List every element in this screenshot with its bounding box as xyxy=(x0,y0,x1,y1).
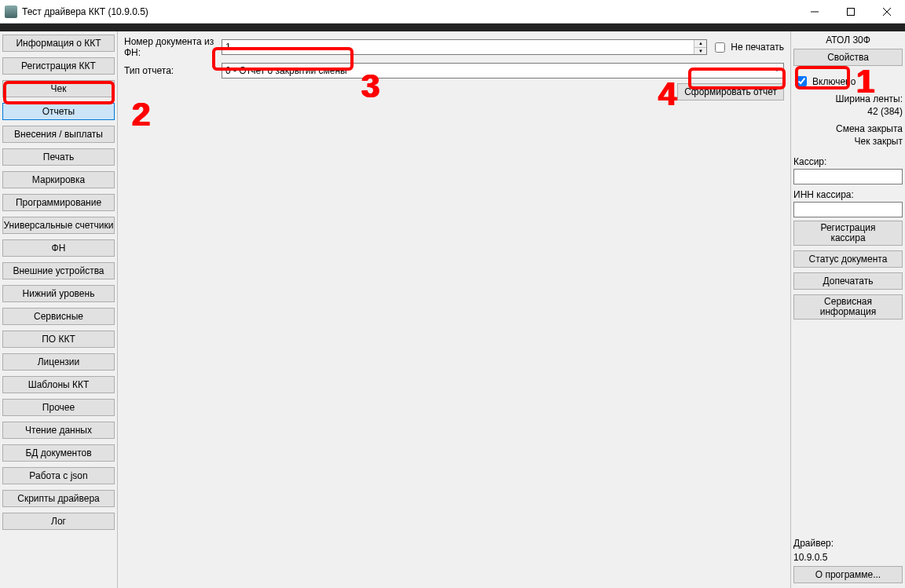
sidebar-item-5[interactable]: Печать xyxy=(2,148,115,166)
driver-version: 10.9.0.5 xyxy=(793,552,903,563)
sidebar-item-21[interactable]: Лог xyxy=(2,513,115,530)
maximize-button[interactable] xyxy=(833,0,869,24)
reprint-button[interactable]: Допечатать xyxy=(793,272,903,290)
document-status-button[interactable]: Статус документа xyxy=(793,250,903,268)
check-status: Чек закрыт xyxy=(793,136,903,147)
enabled-checkbox[interactable]: Включено xyxy=(793,74,903,89)
cashier-inn-label: ИНН кассира: xyxy=(793,189,903,200)
report-type-label: Тип отчета: xyxy=(124,65,222,76)
tape-width-label: Ширина ленты: xyxy=(793,93,903,104)
cashier-inn-input[interactable] xyxy=(793,202,903,217)
sidebar-item-20[interactable]: Скрипты драйвера xyxy=(2,490,115,507)
title-bar: Тест драйвера ККТ (10.9.0.5) xyxy=(0,0,905,24)
properties-button[interactable]: Свойства xyxy=(793,49,903,66)
sidebar-item-11[interactable]: Нижний уровень xyxy=(2,285,115,302)
sidebar-item-6[interactable]: Маркировка xyxy=(2,171,115,188)
form-report-button[interactable]: Сформировать отчет xyxy=(677,83,784,100)
sidebar-item-14[interactable]: Лицензии xyxy=(2,353,115,371)
cashier-input[interactable] xyxy=(793,169,903,184)
sidebar-item-7[interactable]: Программирование xyxy=(2,194,115,211)
device-name: АТОЛ 30Ф xyxy=(793,35,903,46)
close-button[interactable] xyxy=(869,0,905,24)
sidebar-item-0[interactable]: Информация о ККТ xyxy=(2,35,115,52)
sidebar-item-15[interactable]: Шаблоны ККТ xyxy=(2,376,115,393)
report-type-value: 0 - Отчет о закрытии смены xyxy=(225,65,347,76)
sidebar: Информация о ККТРегистрация ККТЧекОтчеты… xyxy=(0,31,118,588)
sidebar-item-2[interactable]: Чек xyxy=(2,80,115,97)
chevron-down-icon xyxy=(774,68,780,71)
sidebar-item-9[interactable]: ФН xyxy=(2,239,115,257)
spin-down-icon[interactable]: ▼ xyxy=(694,48,706,55)
minimize-button[interactable] xyxy=(797,0,833,24)
sidebar-item-18[interactable]: БД документов xyxy=(2,444,115,462)
sidebar-item-4[interactable]: Внесения / выплаты xyxy=(2,126,115,143)
sidebar-item-19[interactable]: Работа с json xyxy=(2,467,115,484)
shift-status: Смена закрыта xyxy=(793,123,903,134)
sidebar-item-17[interactable]: Чтение данных xyxy=(2,422,115,439)
right-panel: АТОЛ 30Ф Свойства Включено Ширина ленты:… xyxy=(790,31,905,588)
register-cashier-button[interactable]: Регистрация кассира xyxy=(793,221,903,246)
cashier-label: Кассир: xyxy=(793,156,903,167)
sidebar-item-10[interactable]: Внешние устройства xyxy=(2,262,115,279)
enabled-check-input[interactable] xyxy=(797,76,807,86)
app-icon xyxy=(5,5,17,18)
doc-number-input[interactable]: ▲ ▼ xyxy=(222,39,707,55)
sidebar-item-13[interactable]: ПО ККТ xyxy=(2,331,115,348)
sidebar-item-3[interactable]: Отчеты xyxy=(2,103,115,120)
sidebar-item-8[interactable]: Универсальные счетчики xyxy=(2,217,115,234)
enabled-label: Включено xyxy=(812,76,856,87)
doc-number-field[interactable] xyxy=(222,40,694,54)
main-panel: Номер документа из ФН: ▲ ▼ Не печатать Т… xyxy=(118,31,790,588)
doc-number-label: Номер документа из ФН: xyxy=(124,36,222,58)
spin-up-icon[interactable]: ▲ xyxy=(694,40,706,48)
sidebar-item-1[interactable]: Регистрация ККТ xyxy=(2,57,115,75)
tape-width-value: 42 (384) xyxy=(793,106,903,117)
service-info-button[interactable]: Сервисная информация xyxy=(793,294,903,320)
sidebar-item-16[interactable]: Прочее xyxy=(2,399,115,416)
svg-rect-1 xyxy=(848,8,855,15)
dont-print-check-input[interactable] xyxy=(715,42,725,53)
dont-print-label: Не печатать xyxy=(731,42,784,53)
report-type-combo[interactable]: 0 - Отчет о закрытии смены xyxy=(222,63,784,79)
doc-number-spinner[interactable]: ▲ ▼ xyxy=(694,40,706,54)
window-title: Тест драйвера ККТ (10.9.0.5) xyxy=(22,6,797,17)
dont-print-checkbox[interactable]: Не печатать xyxy=(712,40,784,55)
sidebar-item-12[interactable]: Сервисные xyxy=(2,308,115,325)
driver-label: Драйвер: xyxy=(793,538,903,549)
about-button[interactable]: О программе... xyxy=(793,566,903,583)
